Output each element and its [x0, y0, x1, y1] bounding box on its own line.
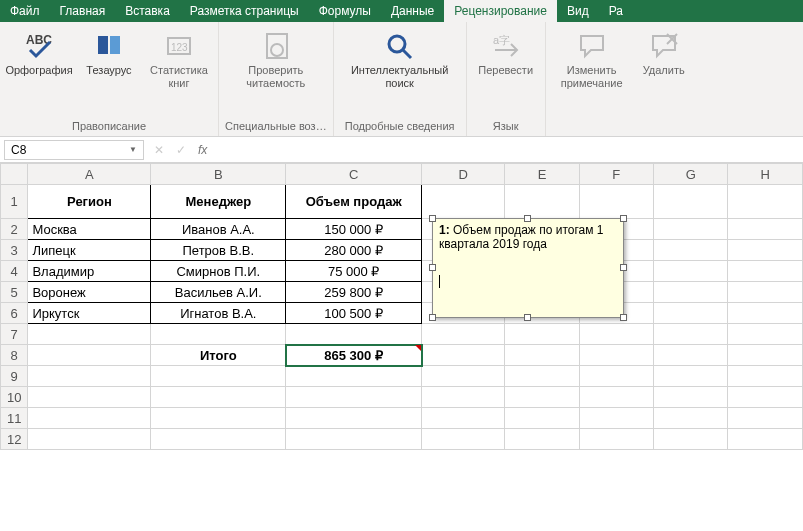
cell[interactable]	[28, 366, 151, 387]
comment-indicator-icon[interactable]	[415, 345, 421, 351]
cell[interactable]: Объем продаж	[286, 185, 422, 219]
cell[interactable]	[653, 282, 728, 303]
resize-handle[interactable]	[620, 314, 627, 321]
cell[interactable]	[286, 429, 422, 450]
cell[interactable]	[286, 408, 422, 429]
tab-home[interactable]: Главная	[50, 0, 116, 22]
cell[interactable]: Москва	[28, 219, 151, 240]
cell[interactable]: Игнатов В.А.	[151, 303, 286, 324]
cell[interactable]	[728, 261, 803, 282]
cell[interactable]	[728, 366, 803, 387]
comment-popup[interactable]: 1: Объем продаж по итогам 1 квартала 201…	[432, 218, 624, 318]
cell[interactable]	[728, 185, 803, 219]
cell[interactable]	[579, 429, 653, 450]
select-all-corner[interactable]	[1, 164, 28, 185]
cell[interactable]	[653, 408, 728, 429]
cell[interactable]	[653, 366, 728, 387]
accept-formula-icon[interactable]: ✓	[170, 143, 192, 157]
cell[interactable]	[422, 324, 505, 345]
cell[interactable]	[422, 366, 505, 387]
row-header[interactable]: 10	[1, 387, 28, 408]
cell[interactable]	[728, 345, 803, 366]
cell[interactable]	[151, 366, 286, 387]
cell[interactable]	[151, 387, 286, 408]
tab-view[interactable]: Вид	[557, 0, 599, 22]
row-header[interactable]: 3	[1, 240, 28, 261]
row-header[interactable]: 6	[1, 303, 28, 324]
cell[interactable]	[653, 303, 728, 324]
resize-handle[interactable]	[429, 314, 436, 321]
cell[interactable]: 259 800 ₽	[286, 282, 422, 303]
col-header[interactable]: A	[28, 164, 151, 185]
cell[interactable]	[653, 387, 728, 408]
cell[interactable]	[286, 324, 422, 345]
cell[interactable]	[579, 366, 653, 387]
cell[interactable]: Васильев А.И.	[151, 282, 286, 303]
row-header[interactable]: 9	[1, 366, 28, 387]
active-cell[interactable]: 865 300 ₽	[286, 345, 422, 366]
resize-handle[interactable]	[620, 264, 627, 271]
cell[interactable]	[653, 240, 728, 261]
cell[interactable]: 75 000 ₽	[286, 261, 422, 282]
cell[interactable]	[728, 240, 803, 261]
cell[interactable]	[286, 366, 422, 387]
col-header[interactable]: B	[151, 164, 286, 185]
name-box[interactable]: C8 ▼	[4, 140, 144, 160]
row-header[interactable]: 2	[1, 219, 28, 240]
resize-handle[interactable]	[429, 264, 436, 271]
cell[interactable]	[28, 429, 151, 450]
cell[interactable]: Менеджер	[151, 185, 286, 219]
row-header[interactable]: 12	[1, 429, 28, 450]
cell[interactable]	[579, 324, 653, 345]
cell[interactable]	[286, 387, 422, 408]
row-header[interactable]: 4	[1, 261, 28, 282]
thesaurus-button[interactable]: Тезаурус	[76, 26, 142, 79]
cell[interactable]	[653, 185, 728, 219]
cell[interactable]	[505, 429, 579, 450]
cell[interactable]	[653, 429, 728, 450]
tab-review[interactable]: Рецензирование	[444, 0, 557, 22]
cell[interactable]	[422, 387, 505, 408]
spellcheck-button[interactable]: ABC Орфография	[6, 26, 72, 79]
cell[interactable]: Воронеж	[28, 282, 151, 303]
cell[interactable]	[653, 324, 728, 345]
cell[interactable]: 100 500 ₽	[286, 303, 422, 324]
cell[interactable]	[653, 345, 728, 366]
row-header[interactable]: 8	[1, 345, 28, 366]
cell[interactable]: Владимир	[28, 261, 151, 282]
cell[interactable]	[151, 429, 286, 450]
resize-handle[interactable]	[524, 314, 531, 321]
cell[interactable]	[653, 219, 728, 240]
smartlookup-button[interactable]: Интеллектуальный поиск	[340, 26, 460, 92]
tab-file[interactable]: Файл	[0, 0, 50, 22]
cell[interactable]	[422, 408, 505, 429]
col-header[interactable]: G	[653, 164, 728, 185]
cell[interactable]	[728, 408, 803, 429]
cell[interactable]: Иркутск	[28, 303, 151, 324]
cell[interactable]	[505, 345, 579, 366]
col-header[interactable]: H	[728, 164, 803, 185]
cell[interactable]	[653, 261, 728, 282]
resize-handle[interactable]	[429, 215, 436, 222]
cell[interactable]	[151, 408, 286, 429]
cell[interactable]	[728, 387, 803, 408]
cell[interactable]: Смирнов П.И.	[151, 261, 286, 282]
cell[interactable]	[728, 303, 803, 324]
cell[interactable]	[505, 387, 579, 408]
cell[interactable]: Регион	[28, 185, 151, 219]
cell[interactable]	[728, 282, 803, 303]
spreadsheet-grid[interactable]: A B C D E F G H 1 Регион Менеджер Объем …	[0, 163, 803, 450]
cell[interactable]	[505, 185, 579, 219]
cell[interactable]: 280 000 ₽	[286, 240, 422, 261]
cell[interactable]	[728, 429, 803, 450]
cell[interactable]: Липецк	[28, 240, 151, 261]
cancel-formula-icon[interactable]: ✕	[148, 143, 170, 157]
cell[interactable]	[579, 408, 653, 429]
tab-data[interactable]: Данные	[381, 0, 444, 22]
cell[interactable]	[505, 408, 579, 429]
cell[interactable]	[728, 219, 803, 240]
resize-handle[interactable]	[524, 215, 531, 222]
chevron-down-icon[interactable]: ▼	[129, 145, 137, 154]
cell[interactable]	[151, 324, 286, 345]
tab-more[interactable]: Ра	[599, 0, 633, 22]
